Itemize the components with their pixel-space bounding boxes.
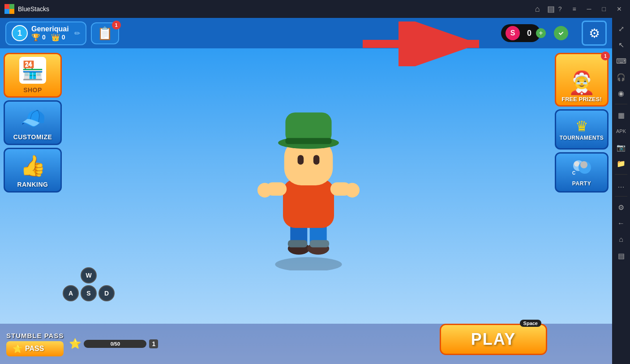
player-level: 1 [12, 25, 28, 41]
player-name: Generiquai [31, 25, 69, 33]
customize-icon: 🧢 [17, 105, 48, 132]
free-prizes-label: FREE PRIZES! [561, 96, 602, 103]
ranking-icon: 👍 [17, 152, 48, 179]
customize-button[interactable]: 🧢 CUSTOMIZE [4, 100, 62, 145]
news-badge: 1 [112, 21, 121, 30]
wasd-middle-row: A S D [63, 285, 115, 301]
tournaments-icon: ♛ [575, 118, 588, 135]
game-area: 1 Generiquai 🏆 0 👑 0 ✏ [0, 18, 612, 364]
player-stats: 🏆 0 👑 0 [31, 33, 69, 42]
svg-point-17 [257, 183, 272, 197]
key-d: D [99, 285, 115, 301]
progress-star-icon: ⭐ [69, 338, 81, 350]
bs-apk-icon[interactable]: APK [614, 124, 628, 138]
bs-keyboard-icon[interactable]: ⌨ [614, 54, 628, 68]
bs-screenshot-icon[interactable]: 📷 [614, 140, 628, 154]
progress-level: 1 [149, 339, 158, 348]
svg-rect-25 [285, 138, 331, 144]
crown-stat: 👑 0 [51, 33, 65, 42]
wasd-keys: W A S D [63, 267, 115, 301]
bs-game-icon[interactable]: ▦ [614, 108, 628, 122]
svg-rect-3 [9, 9, 14, 14]
game-topbar: 1 Generiquai 🏆 0 👑 0 ✏ [0, 18, 612, 48]
wasd-top-row: W [81, 267, 97, 283]
svg-rect-22 [313, 155, 319, 165]
party-icon: C [570, 158, 593, 180]
shop-label: SHOP [23, 86, 42, 94]
coin-plus-button[interactable]: + [536, 28, 546, 38]
svg-point-18 [345, 183, 360, 197]
character-area [65, 48, 551, 324]
coin-display: S 0 + [501, 24, 540, 42]
pass-label: PASS [25, 345, 44, 353]
shop-button[interactable]: 🏪 SHOP [4, 53, 62, 98]
player-card[interactable]: 1 Generiquai 🏆 0 👑 0 ✏ [5, 21, 86, 45]
bs-record-icon[interactable]: ◉ [614, 86, 628, 100]
party-button[interactable]: C PARTY [555, 152, 609, 193]
settings-icon: ⚙ [589, 26, 600, 41]
online-indicator [554, 26, 568, 40]
crown-count: 0 [62, 34, 65, 41]
bs-settings-icon[interactable]: ⚙ [614, 200, 628, 214]
play-label: PLAY [471, 330, 516, 349]
character-figure [246, 100, 371, 272]
coin-s-icon: S [506, 26, 520, 40]
bluestacks-sidebar: ⤢ ↖ ⌨ 🎧 ◉ ▦ APK 📷 📁 … ⚙ ← ⌂ ▤ [612, 18, 630, 364]
free-prizes-button[interactable]: 1 🤶 FREE PRIZES! [555, 53, 609, 107]
main-container: 1 Generiquai 🏆 0 👑 0 ✏ [0, 18, 630, 364]
svg-rect-13 [309, 240, 329, 247]
bs-pointer-icon[interactable]: ↖ [614, 38, 628, 52]
layout-nav-icon[interactable]: ▤ [547, 4, 555, 14]
play-button[interactable]: PLAY Space [440, 324, 547, 355]
space-key-badge: Space [520, 320, 541, 327]
bs-folder-icon[interactable]: 📁 [614, 156, 628, 171]
bs-home-icon[interactable]: ⌂ [614, 232, 628, 247]
trophy-icon: 🏆 [31, 33, 40, 42]
progress-bar: 0/50 [84, 340, 146, 348]
shop-icon: 🏪 [19, 57, 46, 84]
bs-expand-icon[interactable]: ⤢ [614, 21, 628, 36]
bs-headset-icon[interactable]: 🎧 [614, 70, 628, 84]
app-logo [4, 4, 14, 14]
progress-text: 0/50 [84, 340, 146, 348]
trophy-stat: 🏆 0 [31, 33, 46, 42]
svg-rect-12 [287, 240, 307, 247]
svg-rect-21 [297, 155, 304, 165]
customize-label: CUSTOMIZE [13, 133, 52, 141]
app-title: BlueStacks [18, 5, 526, 13]
bs-back-icon[interactable]: ← [614, 216, 628, 231]
svg-point-7 [275, 257, 342, 270]
svg-rect-0 [4, 4, 9, 9]
progress-section: ⭐ 0/50 1 [69, 338, 158, 350]
stumble-pass-section: STUMBLE PASS ⭐ PASS [6, 332, 64, 356]
svg-point-4 [557, 30, 565, 37]
crown-icon: 👑 [51, 33, 60, 42]
free-prizes-badge: 1 [601, 51, 610, 60]
bs-apps-icon[interactable]: ▤ [614, 248, 628, 263]
svg-point-30 [580, 161, 587, 168]
progress-row: ⭐ 0/50 1 [69, 338, 158, 350]
free-prizes-character-icon: 🤶 [568, 70, 596, 96]
edit-icon[interactable]: ✏ [74, 29, 80, 38]
tournaments-button[interactable]: ♛ TOURNAMENTS [555, 109, 609, 150]
window-controls: ? ≡ ─ □ ✕ [555, 4, 626, 14]
minimize-button[interactable]: ─ [583, 4, 595, 14]
party-label: PARTY [572, 180, 591, 187]
sidebar-separator-3 [615, 196, 627, 197]
pass-button[interactable]: ⭐ PASS [6, 341, 64, 356]
menu-button[interactable]: ≡ [569, 4, 579, 14]
stumble-pass-label: STUMBLE PASS [6, 332, 64, 339]
help-button[interactable]: ? [555, 4, 566, 14]
key-w: W [81, 267, 97, 283]
home-nav-icon[interactable]: ⌂ [535, 4, 540, 14]
maximize-button[interactable]: □ [599, 4, 609, 14]
bs-more-icon[interactable]: … [614, 178, 628, 193]
tournaments-label: TOURNAMENTS [560, 135, 604, 141]
svg-point-27 [574, 161, 579, 167]
right-panel: 1 🤶 FREE PRIZES! ♛ TOURNAMENTS C [551, 48, 612, 324]
svg-rect-14 [283, 179, 334, 228]
ranking-button[interactable]: 👍 RANKING [4, 148, 62, 193]
settings-button[interactable]: ⚙ [582, 21, 607, 46]
close-button[interactable]: ✕ [613, 4, 626, 14]
news-button[interactable]: 📋 1 [91, 22, 119, 44]
